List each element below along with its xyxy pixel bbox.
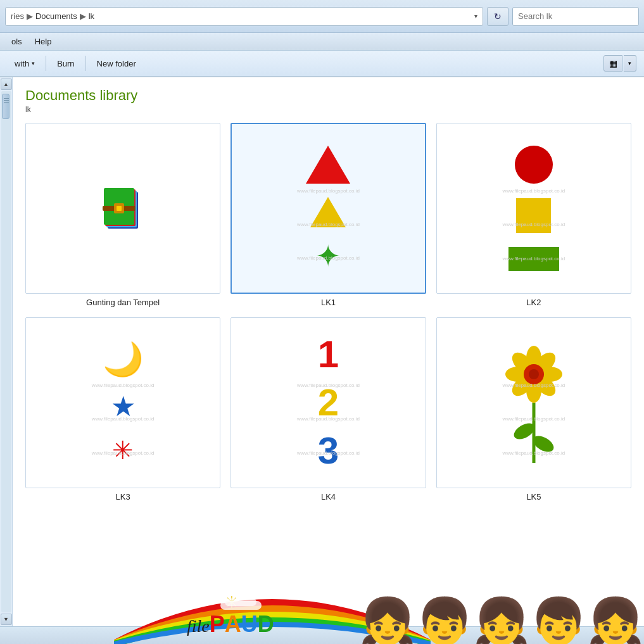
star-blue-shape: ★	[111, 393, 136, 420]
toolbar: with ▾ Burn New folder ▦ ▾	[0, 51, 644, 77]
file-item-lk2[interactable]: www.filepaud.blogspot.co.id www.filepaud…	[436, 123, 631, 307]
burn-button[interactable]: Burn	[50, 55, 81, 72]
new-folder-label: New folder	[97, 59, 136, 68]
file-label-gunting: Gunting dan Tempel	[86, 298, 160, 307]
content-panel: Documents library lk Arrange by:	[13, 77, 644, 626]
file-thumb-lk2[interactable]: www.filepaud.blogspot.co.id www.filepaud…	[436, 123, 631, 294]
moon-shape: 🌙	[103, 343, 144, 376]
breadcrumb-dropdown-icon[interactable]: ▾	[474, 13, 477, 20]
file-thumb-lk5[interactable]: www.filepaud.blogspot.co.id www.filepaud…	[436, 317, 631, 488]
library-title: Documents library	[25, 87, 631, 104]
main-area: ▲ ▼ Documents library lk Arrange by:	[0, 77, 644, 626]
number-1: 1	[318, 336, 339, 374]
lk1-shapes: ✦	[232, 124, 424, 293]
file-label-lk2: LK2	[526, 298, 541, 307]
triangle-red-shape	[306, 146, 350, 184]
file-label-lk5: LK5	[526, 492, 541, 502]
flower-svg	[502, 339, 565, 466]
scroll-down-button[interactable]: ▼	[1, 614, 12, 625]
scroll-track[interactable]	[1, 91, 11, 612]
burn-label: Burn	[57, 59, 74, 68]
scroll-up-button[interactable]: ▲	[1, 79, 12, 90]
file-label-lk4: LK4	[321, 492, 336, 502]
svg-rect-6	[117, 206, 122, 211]
view-dropdown-icon: ▾	[628, 60, 631, 66]
open-with-label: with	[15, 59, 29, 68]
nav-back-icon: ↻	[494, 11, 502, 22]
file-thumb-gunting[interactable]	[25, 123, 220, 294]
file-grid: Gunting dan Tempel www.filepaud.blogspot…	[25, 123, 631, 502]
open-with-button[interactable]: with ▾	[8, 55, 42, 72]
file-label-lk1: LK1	[321, 298, 336, 307]
toolbar-separator-2	[85, 56, 86, 71]
svg-point-19	[529, 369, 539, 379]
lk3-shapes: 🌙 ★ ✳	[26, 318, 220, 488]
search-input[interactable]	[512, 7, 639, 26]
file-item-lk4[interactable]: www.filepaud.blogspot.co.id www.filepaud…	[230, 317, 426, 502]
menu-bar: ols Help	[0, 33, 644, 51]
rect-green-shape	[508, 247, 559, 271]
file-item-lk5[interactable]: www.filepaud.blogspot.co.id www.filepaud…	[436, 317, 631, 502]
lk2-shapes	[437, 123, 631, 293]
new-folder-button[interactable]: New folder	[90, 55, 143, 72]
file-item-lk3[interactable]: www.filepaud.blogspot.co.id www.filepaud…	[25, 317, 220, 502]
library-subtitle: lk	[25, 105, 631, 114]
toolbar-separator-1	[46, 56, 46, 71]
scroll-thumb-grip	[3, 94, 9, 106]
lk5-flower	[502, 318, 565, 488]
square-yellow-shape	[516, 198, 551, 233]
circle-red-shape	[515, 146, 553, 184]
sun-shape: ✳	[112, 438, 134, 463]
view-mode-button[interactable]: ▦	[603, 55, 622, 72]
menu-item-help[interactable]: Help	[28, 35, 58, 48]
scrollbar[interactable]: ▲ ▼	[0, 77, 13, 626]
file-thumb-lk3[interactable]: www.filepaud.blogspot.co.id www.filepaud…	[25, 317, 220, 488]
file-label-lk3: LK3	[116, 492, 130, 502]
breadcrumb-documents[interactable]: Documents	[35, 11, 77, 21]
file-item-gunting[interactable]: Gunting dan Tempel	[25, 123, 220, 307]
title-bar: ries ▶ Documents ▶ lk ▾ ↻	[0, 0, 644, 33]
view-dropdown-button[interactable]: ▾	[624, 55, 636, 72]
file-thumb-lk1[interactable]: www.filepaud.blogspot.co.id www.filepaud…	[230, 123, 426, 294]
lk4-numbers: 1 2 3	[231, 318, 425, 488]
number-2: 2	[318, 384, 339, 422]
breadcrumb-arrow-1: ▶	[27, 11, 33, 21]
triangle-yellow-shape	[310, 197, 346, 227]
winrar-icon	[103, 186, 143, 231]
star-green-shape: ✦	[315, 241, 341, 272]
view-icon: ▦	[609, 58, 617, 68]
breadcrumb-ries: ries	[11, 11, 24, 21]
open-with-dropdown-icon[interactable]: ▾	[32, 60, 35, 66]
address-bar[interactable]: ries ▶ Documents ▶ lk ▾	[5, 7, 483, 26]
scroll-thumb[interactable]	[2, 94, 9, 119]
menu-item-tools[interactable]: ols	[5, 35, 28, 48]
status-bar	[0, 626, 644, 644]
breadcrumb-arrow-2: ▶	[80, 11, 86, 21]
nav-back-button[interactable]: ↻	[487, 7, 508, 26]
breadcrumb-lk[interactable]: lk	[89, 11, 94, 21]
number-3: 3	[318, 432, 339, 470]
file-item-lk1[interactable]: www.filepaud.blogspot.co.id www.filepaud…	[230, 123, 426, 307]
file-thumb-lk4[interactable]: www.filepaud.blogspot.co.id www.filepaud…	[230, 317, 426, 488]
